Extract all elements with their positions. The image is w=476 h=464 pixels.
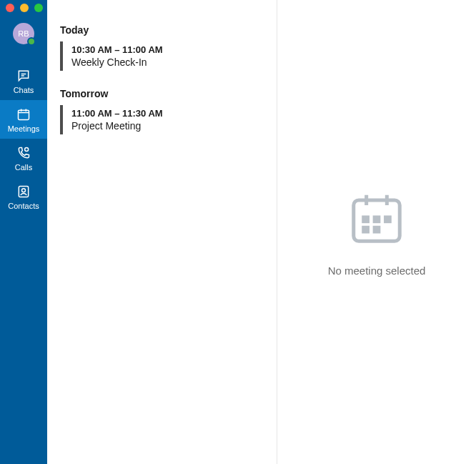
meetings-section: Tomorrow 11:00 AM – 11:30 AM Project Mee… bbox=[60, 88, 264, 134]
calendar-icon bbox=[16, 107, 31, 122]
user-avatar[interactable]: RB bbox=[13, 23, 34, 44]
window-minimize-button[interactable] bbox=[20, 4, 29, 12]
meetings-list-panel: Today 10:30 AM – 11:00 AM Weekly Check-I… bbox=[47, 0, 277, 464]
empty-state-text: No meeting selected bbox=[328, 265, 426, 277]
svg-rect-7 bbox=[384, 215, 392, 223]
sidebar-item-label: Contacts bbox=[8, 202, 39, 210]
window-titlebar bbox=[0, 0, 476, 16]
calendar-empty-icon bbox=[346, 187, 407, 252]
sidebar-item-chats[interactable]: Chats bbox=[0, 61, 47, 100]
meeting-title: Project Meeting bbox=[71, 120, 264, 132]
meeting-title: Weekly Check-In bbox=[71, 56, 264, 68]
app-body: RB Chats Meet bbox=[0, 0, 476, 464]
svg-rect-8 bbox=[362, 226, 370, 234]
meeting-detail-panel: No meeting selected bbox=[277, 0, 476, 464]
svg-rect-2 bbox=[19, 187, 28, 197]
phone-icon bbox=[16, 146, 31, 160]
svg-point-1 bbox=[25, 148, 29, 152]
svg-rect-5 bbox=[362, 215, 370, 223]
section-header: Tomorrow bbox=[60, 88, 264, 99]
sidebar: RB Chats Meet bbox=[0, 0, 47, 464]
window-close-button[interactable] bbox=[6, 4, 14, 12]
sidebar-item-calls[interactable]: Calls bbox=[0, 139, 47, 177]
meeting-time: 10:30 AM – 11:00 AM bbox=[71, 44, 264, 55]
sidebar-item-label: Meetings bbox=[8, 124, 40, 133]
sidebar-item-meetings[interactable]: Meetings bbox=[0, 100, 47, 139]
svg-rect-6 bbox=[373, 215, 381, 223]
app-window: RB Chats Meet bbox=[0, 0, 476, 464]
sidebar-item-contacts[interactable]: Contacts bbox=[0, 177, 47, 216]
svg-point-3 bbox=[22, 189, 26, 192]
svg-rect-0 bbox=[19, 110, 29, 119]
window-maximize-button[interactable] bbox=[34, 4, 43, 12]
sidebar-item-label: Calls bbox=[15, 163, 32, 172]
chat-icon bbox=[16, 69, 31, 83]
meeting-item[interactable]: 10:30 AM – 11:00 AM Weekly Check-In bbox=[60, 41, 264, 71]
svg-rect-9 bbox=[373, 226, 381, 234]
contact-icon bbox=[16, 184, 31, 199]
section-header: Today bbox=[60, 24, 264, 36]
meeting-time: 11:00 AM – 11:30 AM bbox=[71, 108, 264, 119]
meeting-item[interactable]: 11:00 AM – 11:30 AM Project Meeting bbox=[60, 105, 264, 134]
sidebar-item-label: Chats bbox=[14, 86, 34, 94]
presence-available-icon bbox=[27, 37, 36, 46]
meetings-section: Today 10:30 AM – 11:00 AM Weekly Check-I… bbox=[60, 24, 264, 71]
